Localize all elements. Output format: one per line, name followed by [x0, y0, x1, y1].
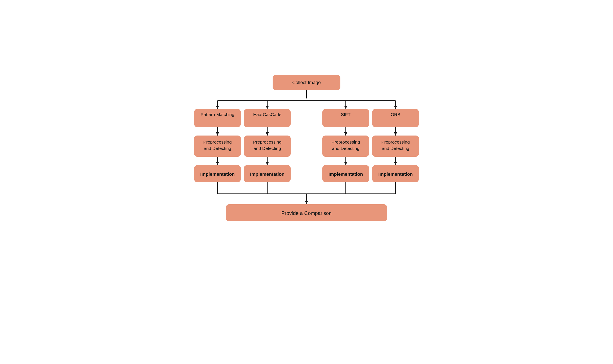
svg-text:and Detecting: and Detecting — [254, 146, 281, 151]
svg-rect-42 — [372, 109, 419, 127]
flowchart-svg: Pattern Matching Preprocessing and Detec… — [190, 98, 423, 289]
svg-marker-6 — [266, 106, 269, 109]
svg-marker-59 — [305, 201, 308, 204]
svg-marker-50 — [394, 162, 397, 165]
svg-text:Preprocessing: Preprocessing — [203, 140, 232, 144]
svg-text:and Detecting: and Detecting — [332, 146, 359, 151]
svg-marker-8 — [394, 106, 397, 109]
svg-marker-34 — [344, 132, 347, 136]
svg-marker-45 — [394, 132, 397, 136]
svg-marker-5 — [216, 106, 219, 109]
svg-text:Implementation: Implementation — [328, 171, 363, 177]
svg-marker-28 — [266, 162, 269, 165]
svg-text:Preprocessing: Preprocessing — [381, 140, 410, 144]
svg-text:Preprocessing: Preprocessing — [253, 140, 282, 144]
svg-text:Pattern Matching: Pattern Matching — [201, 112, 234, 117]
svg-text:Preprocessing: Preprocessing — [331, 140, 360, 144]
svg-marker-17 — [216, 162, 219, 165]
svg-marker-12 — [216, 132, 219, 136]
svg-text:HaarCasCade: HaarCasCade — [253, 112, 281, 117]
svg-text:Implementation: Implementation — [378, 171, 413, 177]
svg-text:Implementation: Implementation — [200, 171, 235, 177]
svg-text:SIFT: SIFT — [341, 112, 351, 117]
svg-rect-20 — [244, 109, 291, 127]
root-connector-line — [306, 90, 307, 98]
root-label: Collect Image — [292, 80, 321, 85]
svg-text:Provide a Comparison: Provide a Comparison — [281, 210, 331, 216]
svg-marker-23 — [266, 132, 269, 136]
svg-text:Implementation: Implementation — [250, 171, 285, 177]
svg-rect-31 — [322, 109, 369, 127]
svg-text:ORB: ORB — [391, 112, 400, 117]
root-node: Collect Image — [272, 75, 341, 90]
root-section: Collect Image — [272, 75, 341, 98]
svg-marker-39 — [344, 162, 347, 165]
svg-rect-9 — [194, 109, 241, 127]
svg-marker-7 — [344, 106, 347, 109]
svg-text:and Detecting: and Detecting — [382, 146, 409, 151]
svg-text:and Detecting: and Detecting — [204, 146, 231, 151]
diagram-container: Collect Image Pattern Matching Preproces… — [190, 75, 423, 289]
